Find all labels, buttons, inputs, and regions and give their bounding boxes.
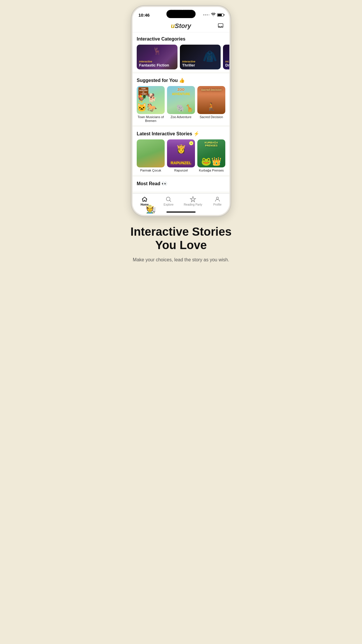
book-kurbaga-prenses[interactable]: KURBAĞA PRENSES 🐸👑 Kurbağa Prenses	[197, 139, 225, 172]
nav-profile-label: Profile	[213, 203, 222, 206]
scroll-content[interactable]: Interactive Categories 🦌 Interactive Fan…	[133, 32, 229, 193]
suggested-title: Suggested for You 👍	[133, 78, 229, 83]
chat-button[interactable]	[217, 22, 225, 30]
categories-section: Interactive Categories 🦌 Interactive Fan…	[133, 32, 229, 72]
drama-overlay: Int. Dr.	[223, 58, 229, 69]
thriller-overlay: Interactive Thriller	[180, 58, 221, 69]
suggested-section: Suggested for You 👍 TOWNMUSICIANSOFBREME…	[133, 74, 229, 125]
nav-explore-label: Explore	[164, 203, 173, 206]
book-zoo-adventure[interactable]: ZOO ADVENTURE 🐘🦒 Zoo Adventure	[167, 86, 195, 123]
rapunzel-plus-badge: +	[189, 141, 193, 145]
book-cover-parmak-cocuk: PARMAK ÇOCUK 🧑‍🌾	[137, 139, 165, 167]
home-icon	[141, 196, 148, 202]
sacred-title-text: Sacred Decision	[201, 88, 222, 91]
category-drama[interactable]: Int. Dr.	[223, 45, 229, 69]
rapunzel-title-text: RAPUNZEL	[171, 161, 191, 165]
fantasy-deco: 🦌	[153, 47, 161, 55]
signal-icon	[203, 14, 210, 15]
zoo-sub-text: ADVENTURE	[172, 92, 190, 96]
status-icons	[203, 13, 224, 17]
drama-subtitle: Int.	[225, 60, 229, 63]
book-title-zoo-adventure: Zoo Adventure	[171, 115, 191, 119]
book-parmak-cocuk[interactable]: PARMAK ÇOCUK 🧑‍🌾 Parmak Çocuk	[137, 139, 165, 172]
search-icon	[165, 196, 172, 202]
book-cover-town-musicians: TOWNMUSICIANSOFBREMEN 🐓🐕🐱🐎	[137, 86, 165, 114]
logo-story: Story	[175, 22, 191, 29]
latest-grid: PARMAK ÇOCUK 🧑‍🌾 Parmak Çocuk	[133, 139, 229, 172]
fantastic-fiction-subtitle: Interactive	[139, 60, 175, 63]
book-title-kurbaga-prenses: Kurbağa Prenses	[199, 169, 224, 172]
nav-reading-party-label: Reading Party	[184, 203, 202, 206]
categories-title: Interactive Categories	[133, 36, 229, 42]
fantastic-fiction-overlay: Interactive Fantastic Fiction	[137, 58, 178, 69]
most-read-section: Most Read 👀	[133, 177, 229, 192]
thriller-name: Thriller	[182, 63, 218, 68]
thriller-subtitle: Interactive	[182, 60, 218, 63]
svg-line-2	[170, 200, 171, 202]
book-town-musicians[interactable]: TOWNMUSICIANSOFBREMEN 🐓🐕🐱🐎 Town Musician…	[137, 86, 165, 123]
promo-title: Interactive Stories You Love	[126, 225, 236, 252]
promo-section: Interactive Stories You Love Make your c…	[121, 216, 241, 275]
dynamic-island	[166, 10, 196, 18]
logo-u: u	[171, 22, 175, 29]
most-read-title: Most Read 👀	[133, 181, 229, 186]
wifi-icon	[211, 13, 216, 17]
app-logo: uStory	[171, 22, 191, 30]
categories-scroll[interactable]: 🦌 Interactive Fantastic Fiction	[133, 45, 229, 69]
fantastic-fiction-name: Fantastic Fiction	[139, 63, 175, 68]
page-wrapper: 10:46	[121, 0, 241, 275]
category-fantastic-fiction[interactable]: 🦌 Interactive Fantastic Fiction	[137, 45, 178, 69]
profile-icon	[214, 196, 221, 202]
category-thriller[interactable]: 🧥 Interactive Thriller	[180, 45, 221, 69]
book-title-parmak-cocuk: Parmak Çocuk	[140, 169, 161, 172]
book-title-sacred-decision: Sacred Decision	[200, 115, 223, 119]
phone-frame: 10:46	[131, 6, 231, 216]
book-sacred-decision[interactable]: Sacred Decision 🧎 Sacred Decision	[197, 86, 225, 123]
drama-name: Dr.	[225, 63, 229, 68]
status-time: 10:46	[138, 13, 150, 18]
nav-explore[interactable]: Explore	[160, 196, 177, 206]
book-title-rapunzel: Rapunzel	[174, 169, 188, 172]
battery-icon	[217, 13, 224, 17]
promo-subtitle: Make your choices, lead the story as you…	[126, 256, 236, 263]
book-rapunzel[interactable]: + 👸 RAPUNZEL Rapunzel	[167, 139, 195, 172]
book-title-town-musicians: Town Musicians of Bremen	[137, 115, 165, 123]
book-cover-zoo-adventure: ZOO ADVENTURE 🐘🦒	[167, 86, 195, 114]
phone-wrapper: 10:46	[121, 0, 241, 216]
chat-icon	[217, 23, 224, 29]
svg-point-3	[216, 197, 218, 199]
book-cover-sacred-decision: Sacred Decision 🧎	[197, 86, 225, 114]
phone-inner: 10:46	[133, 7, 229, 215]
home-bar	[166, 211, 196, 213]
nav-profile[interactable]: Profile	[209, 196, 226, 206]
zoo-title-text: ZOO	[178, 88, 184, 91]
reading-party-icon	[190, 196, 196, 202]
book-cover-kurbaga-prenses: KURBAĞA PRENSES 🐸👑	[197, 139, 225, 167]
book-cover-rapunzel: + 👸 RAPUNZEL	[167, 139, 195, 167]
suggested-grid: TOWNMUSICIANSOFBREMEN 🐓🐕🐱🐎 Town Musician…	[133, 86, 229, 123]
app-header: uStory	[133, 20, 229, 32]
latest-section: Latest Interactive Stories ⚡ PARMAK ÇOCU…	[133, 127, 229, 175]
latest-title: Latest Interactive Stories ⚡	[133, 131, 229, 136]
nav-reading-party[interactable]: Reading Party	[184, 196, 202, 206]
kurbaga-title-text: KURBAĞA PRENSES	[198, 141, 224, 147]
